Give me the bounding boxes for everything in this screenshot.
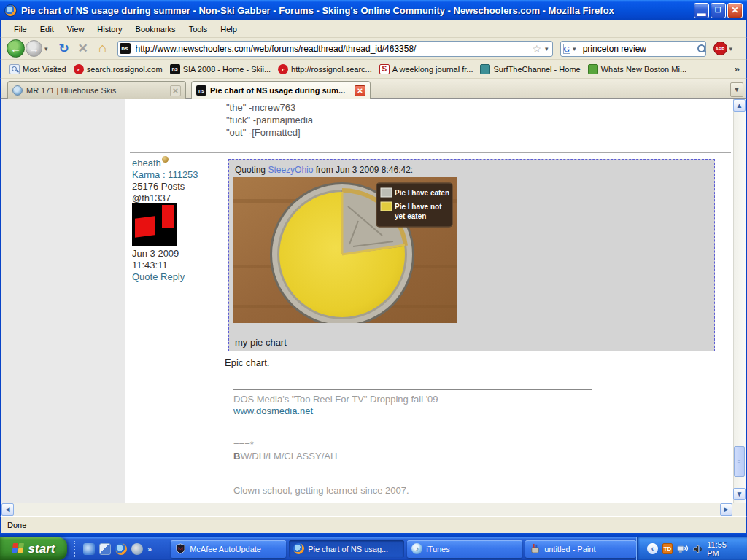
firefox-quicklaunch-icon[interactable] [115,543,127,555]
paint-icon [530,543,541,554]
tab-list-dropdown-icon[interactable]: ▼ [730,82,743,97]
taskbar-mcafee[interactable]: McAfee AutoUpdate [171,540,286,558]
internet-explorer-icon[interactable] [83,543,95,555]
scroll-left-icon[interactable]: ◄ [1,503,14,516]
pie-chart-image: Pie I have eaten Pie I have not yet eate… [233,177,457,323]
bookmark-whats-new-boston[interactable]: Whats New Boston Mi... [584,63,690,76]
author-link[interactable]: eheath [132,158,161,168]
tab-favicon [12,85,23,96]
mcafee-shield-icon [175,543,186,554]
menu-edit[interactable]: Edit [34,23,61,36]
tray-clock: 11:55 PM [707,540,740,558]
refresh-button[interactable]: ↻ [56,41,72,57]
engine-dropdown-icon[interactable]: ▾ [570,45,578,52]
menu-view[interactable]: View [61,23,91,36]
menu-history[interactable]: History [90,23,128,36]
home-button[interactable]: ⌂ [95,41,111,57]
author-avatar[interactable] [132,203,177,246]
site-favicon: ns [120,43,131,54]
maximize-button[interactable]: ❒ [711,3,726,18]
network-tray-icon[interactable] [677,544,688,554]
stop-button[interactable]: ✕ [75,41,91,57]
media-player-icon[interactable] [131,543,143,555]
page-left-margin [1,99,125,503]
tray-collapse-chevron-icon[interactable]: ‹ [647,543,658,554]
author-karma: Karma : 111253 [132,169,223,181]
rossignol-icon: r [74,64,84,74]
history-dropdown-icon[interactable]: ▾ [42,45,50,52]
vertical-scrollbar[interactable] [733,99,746,503]
windows-taskbar: start » McAfee AutoUpdate Pie chart of N… [0,537,747,560]
td-tray-icon[interactable]: TD [662,543,673,554]
taskbar-itunes[interactable]: ♪ iTunes [407,540,522,558]
legend-label-not-eaten-1: Pie I have not [395,203,442,211]
address-bar: ns ☆ ▾ [117,41,553,57]
menu-file[interactable]: File [7,23,34,36]
legend-label-eaten: Pie I have eaten [395,189,449,197]
taskbar-firefox-pie-chart[interactable]: Pie chart of NS usag... [289,540,404,558]
taskbar-paint[interactable]: untitled - Paint [525,540,636,558]
signature-line-2: ===* [233,439,438,451]
bookmark-weeklong-journal[interactable]: S A weeklong journal fr... [376,63,477,76]
search-go-icon[interactable] [697,44,706,53]
search-bar: G ▾ [560,41,706,57]
system-tray: ‹ TD 11:55 PM [636,537,747,560]
tab-close-icon[interactable]: ✕ [355,85,365,96]
signature-divider [233,389,592,390]
signature-line-4: Clown school, getting learned since 2007… [233,485,438,497]
bookmark-most-visited[interactable]: Most Visited [6,63,70,76]
dosmedia-link[interactable]: www.dosmedia.net [233,405,313,416]
tab-close-icon[interactable]: ✕ [170,85,181,96]
volume-tray-icon[interactable] [693,544,703,554]
horizontal-scrollbar[interactable] [0,503,747,516]
windows-flag-icon [12,543,26,554]
post-body: Epic chart. [225,357,269,368]
most-visited-icon [9,64,20,74]
adblock-plus-icon[interactable]: ABP [713,42,727,55]
pie-legend: Pie I have eaten Pie I have not yet eate… [376,183,452,227]
minimize-button[interactable]: ▬ [694,3,709,18]
scroll-down-icon[interactable]: ▼ [733,488,746,500]
quick-launch-overflow-icon[interactable]: » [147,545,152,553]
bookmark-rossignol-url[interactable]: r http://rossignol.searc... [274,63,376,76]
tab-favicon: ns [196,85,206,96]
scroll-right-icon[interactable]: ► [720,503,732,516]
avatar-art [162,205,174,228]
bookmarks-overflow-chevron-icon[interactable]: » [735,63,746,74]
search-input[interactable] [581,43,697,55]
bookmark-surfthechannel[interactable]: SurfTheChannel - Home [476,63,584,76]
url-input[interactable] [134,43,531,55]
post-date: Jun 3 2009 [132,248,185,260]
quote-reply-link[interactable]: Quote Reply [132,271,185,282]
bookmarks-toolbar: Most Visited r search.rossignol.com ns S… [0,60,747,79]
adblock-dropdown-icon[interactable]: ▾ [727,45,735,52]
member-badge-icon [162,156,169,163]
vertical-scroll-thumb[interactable]: ≡ [734,446,745,477]
tab-pie-chart[interactable]: ns Pie chart of NS usage during sum... ✕ [191,81,371,99]
close-button[interactable]: ✕ [727,3,743,18]
quote-caption: my pie chart [235,337,287,348]
tab-bluehouse-skis[interactable]: MR 171 | Bluehouse Skis ✕ [7,81,186,99]
bookmark-rossignol-search[interactable]: r search.rossignol.com [70,63,166,76]
bookmark-sia-2008[interactable]: ns SIA 2008 - Home - Skii... [166,63,274,76]
show-desktop-icon[interactable] [99,543,111,555]
previous-post-text: "the" -mcrew763 "fuck" -parimajmedia "ou… [226,101,313,139]
menu-help[interactable]: Help [214,23,244,36]
quoted-author-link[interactable]: SteezyOhio [268,165,313,175]
menu-tools[interactable]: Tools [182,23,214,36]
tab-bar: MR 171 | Bluehouse Skis ✕ ns Pie chart o… [0,79,747,99]
legend-label-not-eaten-2: yet eaten [395,212,426,220]
firefox-window: Pie chart of NS usage during summer - No… [0,0,747,560]
firefox-app-icon [4,4,17,17]
menu-bookmarks[interactable]: Bookmarks [129,23,182,36]
scroll-up-icon[interactable]: ▲ [733,99,746,112]
post-time: 11:43:11 [132,260,185,271]
google-engine-icon[interactable]: G [563,44,571,54]
quick-launch: » [67,541,168,557]
forward-button[interactable]: → [26,40,42,57]
start-button[interactable]: start [0,537,67,560]
back-button[interactable]: ← [7,39,25,58]
bookmark-star-icon[interactable]: ☆ [530,43,543,55]
url-dropdown-icon[interactable]: ▾ [543,45,551,52]
post-author-panel: eheath Karma : 111253 25176 Posts @th133… [132,156,223,204]
